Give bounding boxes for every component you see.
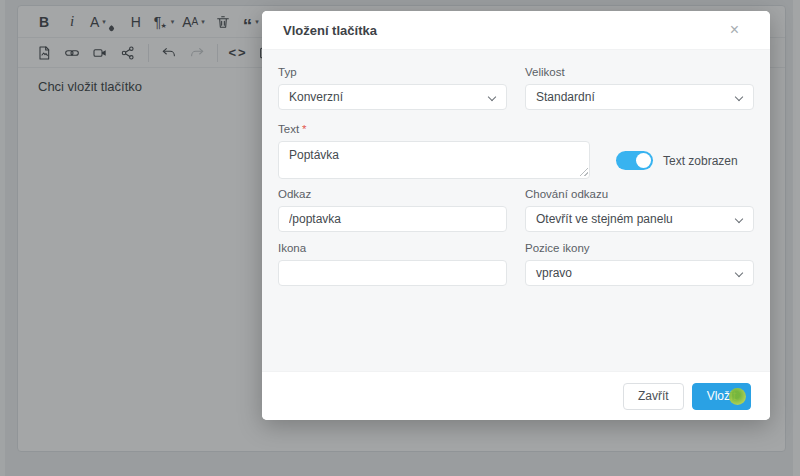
modal-title: Vložení tlačítka — [283, 23, 377, 38]
toggle-label: Text zobrazen — [663, 154, 738, 168]
icon-position-select[interactable]: vpravo — [525, 260, 754, 286]
toggle-knob — [636, 153, 651, 168]
behavior-label: Chování odkazu — [525, 187, 754, 201]
chevron-down-icon — [735, 93, 743, 101]
insert-button-modal: Vložení tlačítka × Typ Konverzní Velikos… — [262, 11, 770, 420]
icon-input[interactable] — [278, 260, 507, 286]
size-label: Velikost — [525, 65, 754, 79]
modal-header: Vložení tlačítka × — [262, 11, 770, 50]
type-select[interactable]: Konverzní — [278, 84, 507, 110]
text-label: Text* — [278, 122, 590, 136]
text-visible-toggle[interactable] — [616, 151, 653, 170]
behavior-select[interactable]: Otevřít ve stejném panelu — [525, 206, 754, 232]
chevron-down-icon — [735, 269, 743, 277]
size-select[interactable]: Standardní — [525, 84, 754, 110]
icon-label: Ikona — [278, 241, 507, 255]
link-label: Odkaz — [278, 187, 507, 201]
text-input[interactable]: Poptávka — [278, 141, 590, 179]
chevron-down-icon — [735, 215, 743, 223]
type-label: Typ — [278, 65, 507, 79]
modal-body: Typ Konverzní Velikost Standardní Text* … — [262, 50, 770, 371]
cancel-button[interactable]: Zavřít — [623, 383, 684, 410]
icon-position-label: Pozice ikony — [525, 241, 754, 255]
chevron-down-icon — [488, 93, 496, 101]
link-input[interactable] — [278, 206, 507, 232]
modal-footer: Zavřít Vložit — [262, 371, 770, 420]
close-icon[interactable]: × — [726, 20, 743, 40]
submit-button[interactable]: Vložit — [692, 383, 751, 410]
required-asterisk: * — [302, 123, 306, 135]
